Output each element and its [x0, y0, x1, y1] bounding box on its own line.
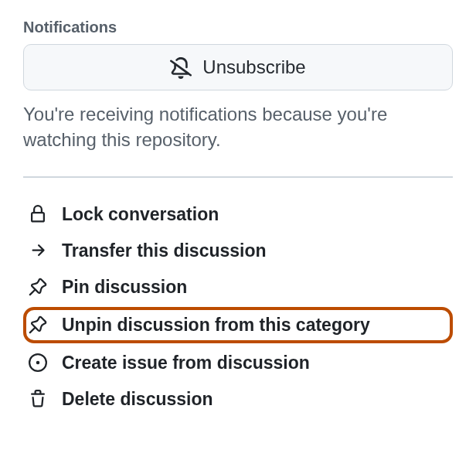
issue-open-icon	[26, 353, 49, 372]
transfer-discussion-action[interactable]: Transfer this discussion	[23, 233, 453, 269]
lock-conversation-action[interactable]: Lock conversation	[23, 196, 453, 233]
bell-slash-icon	[170, 56, 192, 79]
pin-discussion-action[interactable]: Pin discussion	[23, 269, 453, 305]
arrow-right-icon	[26, 241, 49, 260]
notifications-helper-text: You're receiving notifications because y…	[23, 101, 453, 153]
action-label: Delete discussion	[62, 389, 213, 410]
action-label: Transfer this discussion	[62, 240, 267, 261]
actions-list: Lock conversation Transfer this discussi…	[23, 196, 453, 418]
unsubscribe-label: Unsubscribe	[202, 56, 305, 78]
action-label: Unpin discussion from this category	[62, 315, 370, 336]
unpin-from-category-action[interactable]: Unpin discussion from this category	[23, 307, 453, 343]
lock-icon	[26, 205, 49, 223]
pin-icon	[26, 278, 49, 296]
create-issue-action[interactable]: Create issue from discussion	[23, 345, 453, 381]
unsubscribe-button[interactable]: Unsubscribe	[23, 44, 453, 90]
separator	[23, 176, 453, 178]
delete-discussion-action[interactable]: Delete discussion	[23, 381, 453, 418]
action-label: Lock conversation	[62, 204, 219, 225]
action-label: Create issue from discussion	[62, 353, 310, 373]
pin-icon	[26, 315, 49, 334]
notifications-heading: Notifications	[23, 19, 453, 36]
trash-icon	[26, 390, 49, 408]
action-label: Pin discussion	[62, 277, 187, 298]
